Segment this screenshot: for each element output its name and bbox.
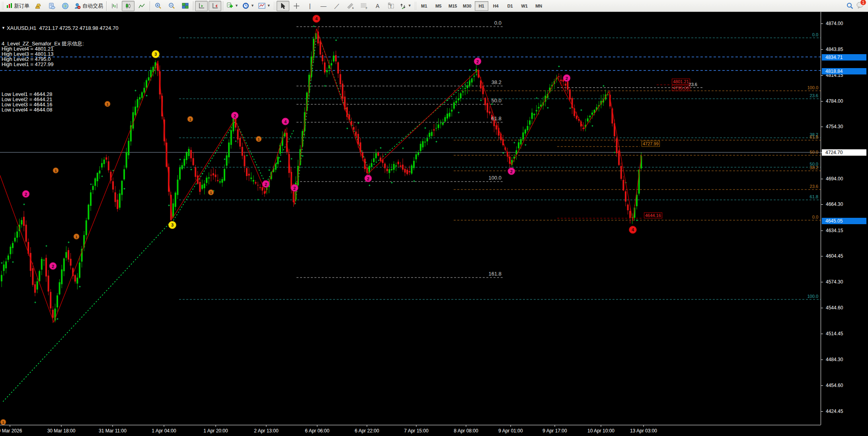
price-tick-mark	[821, 411, 823, 412]
time-tick-mark	[317, 425, 318, 427]
autotrading-button[interactable]: 自动交易	[72, 1, 105, 11]
price-tick-mark	[821, 360, 823, 360]
equidistant-channel-icon: E	[347, 3, 354, 9]
chart-shift-icon	[212, 3, 218, 9]
fibonacci-tool-button[interactable]: F	[358, 1, 371, 11]
templates-button[interactable]: ▼	[257, 1, 272, 11]
new-order-button[interactable]: 新订单	[5, 1, 31, 11]
semafor-badge-2: 2	[22, 190, 30, 198]
line-chart-mode-button[interactable]	[135, 1, 148, 11]
line-chart-icon	[138, 3, 145, 9]
semafor-badge-3: 3	[152, 50, 160, 58]
cursor-tool-button[interactable]	[277, 1, 289, 11]
axis-corner	[821, 425, 868, 436]
auto-scroll-button[interactable]	[195, 1, 208, 11]
zoom-in-button[interactable]	[152, 1, 164, 11]
fib-white-right-level-label: 23.6	[689, 82, 697, 87]
crosshair-tool-button[interactable]	[290, 1, 303, 11]
text-label-tool-button[interactable]: T	[385, 1, 398, 11]
time-tick-label: 2 Apr 13:00	[254, 428, 278, 434]
fib-white-level-label: 50.0	[492, 98, 501, 104]
cursor-icon	[280, 3, 286, 9]
timeframe-button-m30[interactable]: M30	[460, 1, 474, 11]
semafor-badge-2: 2	[262, 180, 270, 188]
vertical-line-tool-button[interactable]: |	[304, 1, 316, 11]
chart-shift-button[interactable]	[209, 1, 221, 11]
trendline-tool-button[interactable]: ／	[331, 1, 343, 11]
channel-tool-button[interactable]: E	[344, 1, 357, 11]
time-tick-label: 9 Apr 17:00	[542, 428, 567, 434]
fib-orange-level-label: 50.0	[810, 150, 818, 154]
zoom-out-button[interactable]	[165, 1, 178, 11]
separator	[106, 1, 107, 11]
market-watch-button[interactable]	[32, 1, 45, 11]
time-tick-label: 6 Apr 22:00	[355, 428, 379, 434]
price-axis[interactable]: 4874.004843.854814.154784.004754.304724.…	[821, 12, 868, 425]
chart-area[interactable]: ▼ XAUUSD,H1 4721.17 4725.72 4718.98 4724…	[0, 12, 821, 425]
timeframe-button-m1[interactable]: M1	[417, 1, 431, 11]
time-tick-mark	[164, 425, 164, 427]
semafor-badge-1: 1	[105, 101, 111, 107]
autotrading-icon	[74, 3, 81, 9]
time-tick-label: 0 Mar 2026	[0, 428, 22, 434]
bar-chart-icon	[111, 3, 118, 9]
candlestick-chart	[0, 12, 821, 425]
tile-windows-button[interactable]	[179, 1, 191, 11]
separator	[150, 1, 150, 11]
time-tick-mark	[367, 425, 367, 427]
price-tick-label: 4784.00	[826, 98, 843, 104]
bar-chart-mode-button[interactable]	[108, 1, 121, 11]
price-tick-label: 4634.15	[826, 228, 843, 233]
fib-orange-level-label: 61.8	[810, 135, 818, 139]
semafor-badge-1: 1	[74, 234, 80, 240]
price-tick-mark	[821, 231, 823, 231]
tile-windows-icon	[182, 3, 189, 9]
price-tick-mark	[821, 101, 823, 102]
semafor-badge-1: 1	[256, 136, 262, 142]
one-click-trading-arrow[interactable]: ▼	[2, 25, 5, 31]
fib-white-level-label: 0.0	[494, 20, 501, 26]
timeframe-button-d1[interactable]: D1	[503, 1, 517, 11]
price-tick-mark	[821, 256, 823, 256]
semafor-badge-4: 4	[282, 118, 289, 125]
level-price-tag: 4834.71	[822, 54, 866, 61]
time-tick-mark	[61, 425, 62, 427]
price-tick-label: 4843.85	[826, 47, 843, 52]
price-tick-mark	[821, 282, 823, 282]
text-tool-button[interactable]: A	[371, 1, 384, 11]
chart-info-block: ▼ XAUUSD,H1 4721.17 4725.72 4718.98 4724…	[2, 15, 118, 123]
candlestick-mode-button[interactable]	[122, 1, 135, 11]
notifications-button[interactable]: 1	[856, 2, 864, 10]
search-icon[interactable]	[847, 2, 853, 9]
timeframe-button-h1[interactable]: H1	[475, 1, 488, 11]
price-tick-mark	[821, 385, 823, 386]
time-tick-mark	[644, 425, 644, 427]
zoom-out-icon	[168, 2, 175, 9]
timeframe-button-m15[interactable]: M15	[446, 1, 460, 11]
fib-teal-level-label: 100.0	[807, 294, 818, 299]
periods-button[interactable]: ▼	[241, 1, 256, 11]
timeframe-button-w1[interactable]: W1	[518, 1, 531, 11]
time-tick-mark	[511, 425, 511, 427]
data-window-button[interactable]	[45, 1, 58, 11]
horizontal-line-tool-button[interactable]: —	[317, 1, 330, 11]
signals-button[interactable]	[59, 1, 72, 11]
semafor-badge-3: 3	[168, 221, 176, 229]
time-tick-mark	[10, 425, 10, 427]
arrows-tool-button[interactable]: ▼	[398, 1, 413, 11]
time-tick-mark	[416, 425, 417, 427]
timeframe-button-h4[interactable]: H4	[489, 1, 503, 11]
indicators-button[interactable]: ▼	[225, 1, 240, 11]
separator	[193, 1, 193, 11]
semafor-level-price-label: 4644.16	[644, 213, 662, 219]
autotrading-label: 自动交易	[82, 2, 103, 10]
fib-orange-level-label: 23.6	[810, 184, 818, 189]
fib-orange-level-label: 0.0	[812, 215, 818, 219]
time-axis[interactable]: 0 Mar 202630 Mar 18:0031 Mar 11:001 Apr …	[0, 425, 821, 436]
timeframe-button-m5[interactable]: M5	[432, 1, 445, 11]
timeframe-button-mn[interactable]: MN	[532, 1, 546, 11]
semafor-badge-2: 2	[563, 74, 571, 82]
price-tick-label: 4484.30	[826, 357, 843, 362]
semafor-badge-2: 2	[474, 58, 482, 65]
price-tick-label: 4454.60	[826, 383, 843, 388]
